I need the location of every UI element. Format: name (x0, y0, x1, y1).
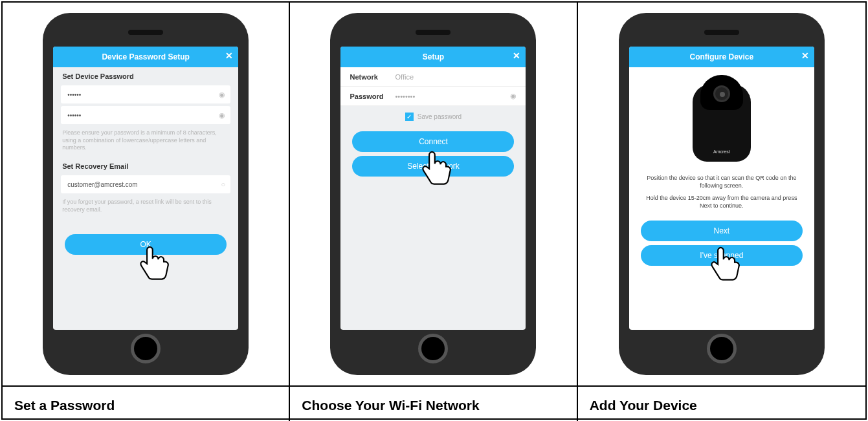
password-confirm-value: •••••• (67, 112, 81, 119)
section-recovery-email: Set Recovery Email (53, 157, 238, 173)
caption-add-device: Add Your Device (590, 398, 697, 413)
password-help-text: Please ensure your password is a minimum… (53, 127, 238, 157)
app-title: Configure Device (689, 52, 753, 61)
home-button[interactable] (418, 334, 448, 363)
connect-label: Connect (419, 137, 448, 146)
next-label: Next (713, 226, 729, 235)
phone-speaker (416, 30, 451, 35)
close-icon[interactable]: ✕ (513, 50, 520, 61)
home-button[interactable] (707, 334, 737, 363)
save-password-label: Save password (417, 113, 462, 120)
phone-frame: Setup ✕ Network Office Password ••••••••… (330, 13, 536, 375)
phone-speaker (704, 30, 739, 35)
pointer-icon (708, 244, 743, 287)
eye-icon[interactable]: ◉ (510, 92, 517, 100)
instruction-grid: Device Password Setup ✕ Set Device Passw… (1, 1, 867, 420)
app-title: Device Password Setup (102, 52, 189, 61)
cell-choose-wifi: Setup ✕ Network Office Password ••••••••… (290, 3, 577, 387)
camera-illustration: Amcrest (629, 67, 814, 172)
email-input[interactable]: customer@amcrest.com ○ (61, 175, 230, 193)
phone-screen: Setup ✕ Network Office Password ••••••••… (340, 47, 526, 330)
instruction-text-1: Position the device so that it can scan … (629, 172, 814, 192)
eye-icon[interactable]: ◉ (219, 91, 225, 99)
caption-cell-3: Add Your Device (578, 387, 865, 421)
phone-screen: Device Password Setup ✕ Set Device Passw… (53, 47, 238, 330)
caption-set-password: Set a Password (14, 398, 115, 413)
cell-set-password: Device Password Setup ✕ Set Device Passw… (3, 3, 290, 387)
phone-screen: Configure Device ✕ Amcrest Position the … (629, 47, 814, 330)
clear-icon[interactable]: ○ (221, 180, 226, 188)
phone-frame: Device Password Setup ✕ Set Device Passw… (43, 13, 249, 375)
close-icon[interactable]: ✕ (225, 50, 233, 61)
phone-speaker (128, 30, 163, 35)
phone-frame: Configure Device ✕ Amcrest Position the … (619, 13, 825, 375)
wifi-password-label: Password (350, 92, 395, 100)
close-icon[interactable]: ✕ (801, 50, 809, 61)
email-help-text: If you forget your password, a reset lin… (53, 196, 238, 219)
network-row[interactable]: Network Office (340, 67, 526, 87)
email-value: customer@amcrest.com (67, 181, 138, 188)
network-value: Office (395, 73, 517, 81)
wifi-password-value: •••••••• (395, 92, 510, 100)
app-header: Device Password Setup ✕ (53, 47, 238, 67)
pointer-icon (419, 149, 454, 191)
save-password-row[interactable]: ✓ Save password (340, 106, 526, 127)
app-title: Setup (423, 52, 444, 61)
caption-cell-2: Choose Your Wi-Fi Network (290, 387, 577, 421)
app-header: Configure Device ✕ (629, 47, 814, 67)
password-confirm-input[interactable]: •••••• ◉ (61, 106, 230, 124)
password-value: •••••• (67, 91, 81, 98)
instruction-text-2: Hold the device 15-20cm away from the ca… (629, 192, 814, 212)
camera-icon: Amcrest (686, 72, 757, 169)
checkbox-icon[interactable]: ✓ (405, 113, 414, 121)
section-set-password: Set Device Password (53, 67, 238, 83)
pointer-icon (137, 244, 172, 286)
cell-add-device: Configure Device ✕ Amcrest Position the … (578, 3, 865, 387)
app-header: Setup ✕ (340, 47, 526, 67)
home-button[interactable] (131, 334, 161, 363)
eye-icon[interactable]: ◉ (219, 111, 225, 120)
next-button[interactable]: Next (641, 221, 803, 241)
network-label: Network (350, 73, 395, 81)
password-input[interactable]: •••••• ◉ (61, 85, 230, 103)
wifi-password-row[interactable]: Password •••••••• ◉ (340, 87, 526, 106)
caption-cell-1: Set a Password (3, 387, 290, 421)
caption-choose-wifi: Choose Your Wi-Fi Network (302, 398, 479, 413)
